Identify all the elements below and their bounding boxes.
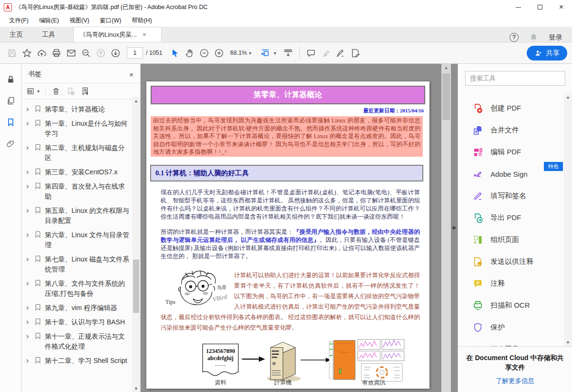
next-page-button[interactable] [108,46,123,60]
tool-item-create-pdf[interactable]: 创建 PDF [472,97,564,119]
attachments-icon[interactable] [6,139,16,149]
chevron-right-icon[interactable]: › [26,317,33,327]
chevron-right-icon[interactable]: › [26,254,33,264]
delete-bookmark-icon[interactable] [51,87,61,96]
select-tool-button[interactable] [167,46,182,60]
chevron-right-icon[interactable]: › [26,279,33,288]
tool-item-adobe-sign[interactable]: Adobe Sign特色 [472,163,564,185]
search-button[interactable] [79,46,93,60]
bookmarks-close-icon[interactable]: × [129,70,133,79]
menu-item[interactable]: 文件(F) [5,15,33,26]
tool-item-organize-pages[interactable]: 组织页面 [472,229,564,251]
chevron-right-icon[interactable]: › [26,167,33,177]
chevron-right-icon[interactable]: › [26,230,33,240]
page-number-input[interactable]: 1 [127,47,143,59]
tool-item-scan-ocr[interactable]: 扫描和 OCR [472,294,564,316]
zoom-out-button[interactable] [197,46,212,60]
email-button[interactable] [64,46,79,60]
hand-tool-button[interactable] [182,46,197,60]
chevron-right-icon[interactable]: › [26,104,33,114]
menu-item[interactable]: 编辑(E) [35,15,63,26]
scroll-down-icon[interactable]: ▼ [564,339,572,346]
save-button[interactable] [5,46,20,60]
bookmarks-panel-icon[interactable] [6,117,16,127]
scroll-down-icon[interactable]: ▼ [132,385,140,392]
bell-icon[interactable] [529,33,538,42]
tool-item-export-pdf[interactable]: 导出 PDF [472,207,564,229]
page-thumbnails-icon[interactable] [6,96,16,106]
pdf-page[interactable]: 第零章、计算器概论 最近更新日期：2015/04/16 由过去的经验当中，鸟哥发… [146,81,429,389]
chevron-right-icon[interactable]: › [26,143,33,152]
menu-item[interactable]: 视图(V) [65,15,94,26]
highlighter-button[interactable] [318,46,333,60]
tab-document[interactable]: 《鸟哥的Linux房菜... × [73,27,162,42]
add-bookmark-icon[interactable] [66,87,75,96]
close-button[interactable]: × [551,0,572,14]
search-tools-input[interactable] [465,71,565,86]
bookmark-item[interactable]: ›第十二章、学习 Shell Script [26,356,130,366]
favorites-star-button[interactable] [20,46,34,60]
bookmark-item[interactable]: ›第四章、首次登入与在线求助 [26,181,130,201]
bookmark-item[interactable]: ›第十章、认识与学习 BASH [26,317,130,327]
minimize-button[interactable] [508,0,529,14]
chevron-right-icon[interactable]: › [26,303,33,312]
bookmark-options-caret-icon[interactable]: ▾ [37,89,40,94]
bookmark-item[interactable]: ›第九章、vim 程序编辑器 [26,303,130,313]
bookmark-options-icon[interactable] [26,87,35,96]
maximize-button[interactable] [529,0,551,14]
zoom-in-button[interactable] [212,46,226,60]
tab-tools[interactable]: 工具 [32,27,65,42]
tool-item-more-tools[interactable]: 更多工具 [472,338,564,346]
tool-item-edit-pdf[interactable]: 编辑 PDF [472,141,564,163]
previous-page-button[interactable] [93,46,108,60]
bookmarks-scrollbar[interactable]: ▲ ▼ [132,97,140,392]
menu-item[interactable]: 窗口(W) [95,15,125,26]
tool-item-fill-sign[interactable]: 填写和签名 [472,185,564,207]
security-lock-icon[interactable] [6,74,16,84]
tool-item-protect[interactable]: 保护 [472,316,564,338]
help-icon[interactable]: ? [510,33,519,42]
tool-item-comment[interactable]: 注释 [472,272,564,294]
tab-home[interactable]: 主页 [0,27,32,42]
scroll-up-icon[interactable]: ▲ [132,97,140,105]
chevron-right-icon[interactable]: › [26,356,33,365]
menu-item[interactable]: 帮助(H) [127,15,156,26]
fill-sign-button[interactable] [348,46,363,60]
locate-bookmark-icon[interactable] [81,87,90,96]
bookmark-item[interactable]: ›第八章、文件与文件系统的压缩,打包与备份 [26,279,130,299]
tool-item-send-for-comments[interactable]: 发送以供注释 [472,251,564,272]
bookmark-item[interactable]: ›第零章、计算器概论 [26,104,130,114]
chevron-right-icon[interactable]: › [26,181,33,191]
comment-button[interactable] [304,46,318,60]
fit-caret-icon[interactable]: ▾ [274,50,276,56]
chevron-right-icon[interactable]: › [26,119,33,128]
bookmark-item[interactable]: ›第二章、主机规划与磁盘分区 [26,143,130,163]
sign-pen-button[interactable] [333,46,348,60]
scroll-up-icon[interactable]: ▲ [441,64,451,71]
chevron-right-icon[interactable]: › [26,332,33,341]
print-button[interactable] [49,46,64,60]
scrollbar-thumb[interactable] [133,260,139,313]
learn-more-link[interactable]: 了解更多信息 [496,377,534,385]
zoom-level-value[interactable]: 68.1% [230,50,247,56]
tab-close-icon[interactable]: × [143,27,146,42]
fit-width-button[interactable] [258,46,273,60]
tool-item-combine-files[interactable]: 合并文件 [472,119,564,141]
bookmark-item[interactable]: ›第十一章、正规表示法与文件格式化处理 [26,332,130,352]
collapse-right-panel-handle[interactable]: ▶ [451,221,458,233]
tools-scrollbar[interactable]: ▲ ▼ [564,93,572,346]
bookmark-item[interactable]: ›第七章、Linux 磁盘与文件系统管理 [26,254,130,274]
bookmark-item[interactable]: ›第五章、Linux 的文件权限与目录配置 [26,206,130,226]
bookmark-item[interactable]: ›第六章、Linux 文件与目录管理 [26,230,130,250]
bookmark-item[interactable]: ›第三章、安装CentOS7.x [26,167,130,177]
cloud-upload-button[interactable] [34,46,49,60]
share-button[interactable]: 共享 [527,46,567,60]
zoom-caret-icon[interactable]: ▾ [249,50,251,56]
login-button[interactable]: 登录 [549,33,562,42]
chevron-right-icon[interactable]: › [26,206,33,215]
scrollbar-thumb[interactable] [442,73,450,120]
scroll-mode-button[interactable] [281,46,296,60]
document-scrollbar[interactable]: ▲ [441,64,451,392]
scroll-up-icon[interactable]: ▲ [564,93,572,101]
bookmark-item[interactable]: ›第一章、Linux是什么与如何学习 [26,119,130,139]
